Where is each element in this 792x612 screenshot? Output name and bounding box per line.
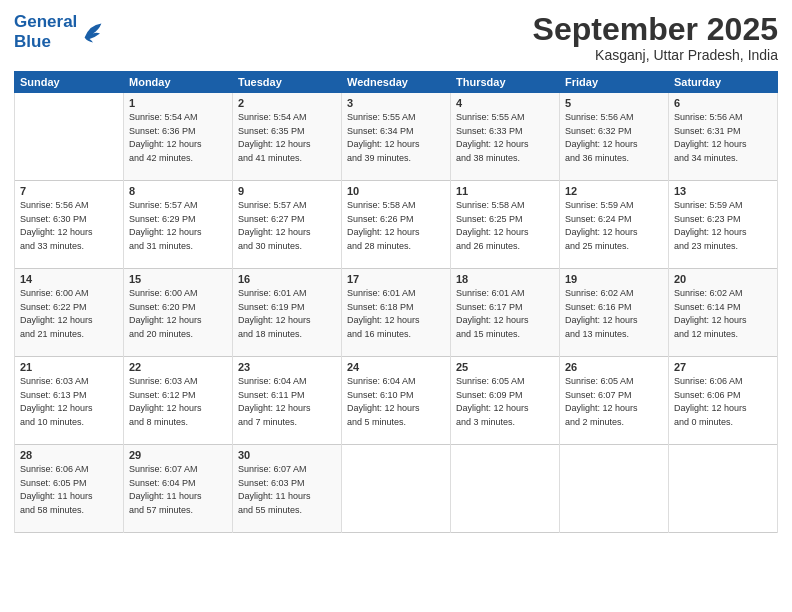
calendar-cell: 11Sunrise: 5:58 AM Sunset: 6:25 PM Dayli…: [451, 181, 560, 269]
day-info: Sunrise: 5:56 AM Sunset: 6:31 PM Dayligh…: [674, 111, 772, 165]
calendar-week-row: 7Sunrise: 5:56 AM Sunset: 6:30 PM Daylig…: [15, 181, 778, 269]
day-info: Sunrise: 5:59 AM Sunset: 6:24 PM Dayligh…: [565, 199, 663, 253]
day-info: Sunrise: 6:05 AM Sunset: 6:09 PM Dayligh…: [456, 375, 554, 429]
logo-line2: Blue: [14, 32, 51, 51]
col-header-monday: Monday: [124, 72, 233, 93]
calendar-cell: 25Sunrise: 6:05 AM Sunset: 6:09 PM Dayli…: [451, 357, 560, 445]
calendar-cell: 4Sunrise: 5:55 AM Sunset: 6:33 PM Daylig…: [451, 93, 560, 181]
title-block: September 2025 Kasganj, Uttar Pradesh, I…: [533, 12, 778, 63]
day-number: 29: [129, 449, 227, 461]
calendar-cell: 14Sunrise: 6:00 AM Sunset: 6:22 PM Dayli…: [15, 269, 124, 357]
day-number: 18: [456, 273, 554, 285]
month-title: September 2025: [533, 12, 778, 47]
calendar-cell: 1Sunrise: 5:54 AM Sunset: 6:36 PM Daylig…: [124, 93, 233, 181]
day-number: 26: [565, 361, 663, 373]
calendar-container: General Blue September 2025 Kasganj, Utt…: [0, 0, 792, 612]
calendar-cell: [451, 445, 560, 533]
calendar-table: SundayMondayTuesdayWednesdayThursdayFrid…: [14, 71, 778, 533]
calendar-cell: 17Sunrise: 6:01 AM Sunset: 6:18 PM Dayli…: [342, 269, 451, 357]
day-info: Sunrise: 6:07 AM Sunset: 6:03 PM Dayligh…: [238, 463, 336, 517]
calendar-cell: 8Sunrise: 5:57 AM Sunset: 6:29 PM Daylig…: [124, 181, 233, 269]
day-number: 23: [238, 361, 336, 373]
calendar-cell: 15Sunrise: 6:00 AM Sunset: 6:20 PM Dayli…: [124, 269, 233, 357]
day-info: Sunrise: 6:04 AM Sunset: 6:10 PM Dayligh…: [347, 375, 445, 429]
calendar-cell: 27Sunrise: 6:06 AM Sunset: 6:06 PM Dayli…: [669, 357, 778, 445]
day-number: 17: [347, 273, 445, 285]
day-number: 21: [20, 361, 118, 373]
calendar-cell: [560, 445, 669, 533]
calendar-cell: [15, 93, 124, 181]
calendar-cell: 22Sunrise: 6:03 AM Sunset: 6:12 PM Dayli…: [124, 357, 233, 445]
day-number: 28: [20, 449, 118, 461]
day-info: Sunrise: 5:57 AM Sunset: 6:27 PM Dayligh…: [238, 199, 336, 253]
day-number: 25: [456, 361, 554, 373]
day-info: Sunrise: 6:01 AM Sunset: 6:17 PM Dayligh…: [456, 287, 554, 341]
day-number: 8: [129, 185, 227, 197]
calendar-cell: 29Sunrise: 6:07 AM Sunset: 6:04 PM Dayli…: [124, 445, 233, 533]
day-info: Sunrise: 5:56 AM Sunset: 6:30 PM Dayligh…: [20, 199, 118, 253]
day-number: 2: [238, 97, 336, 109]
calendar-cell: 7Sunrise: 5:56 AM Sunset: 6:30 PM Daylig…: [15, 181, 124, 269]
day-number: 5: [565, 97, 663, 109]
day-info: Sunrise: 5:55 AM Sunset: 6:34 PM Dayligh…: [347, 111, 445, 165]
day-number: 9: [238, 185, 336, 197]
day-number: 1: [129, 97, 227, 109]
calendar-cell: 12Sunrise: 5:59 AM Sunset: 6:24 PM Dayli…: [560, 181, 669, 269]
day-info: Sunrise: 5:58 AM Sunset: 6:25 PM Dayligh…: [456, 199, 554, 253]
day-number: 19: [565, 273, 663, 285]
calendar-cell: 30Sunrise: 6:07 AM Sunset: 6:03 PM Dayli…: [233, 445, 342, 533]
day-number: 20: [674, 273, 772, 285]
day-info: Sunrise: 5:54 AM Sunset: 6:35 PM Dayligh…: [238, 111, 336, 165]
calendar-cell: 19Sunrise: 6:02 AM Sunset: 6:16 PM Dayli…: [560, 269, 669, 357]
day-number: 10: [347, 185, 445, 197]
day-number: 16: [238, 273, 336, 285]
day-number: 14: [20, 273, 118, 285]
header-row: SundayMondayTuesdayWednesdayThursdayFrid…: [15, 72, 778, 93]
calendar-week-row: 21Sunrise: 6:03 AM Sunset: 6:13 PM Dayli…: [15, 357, 778, 445]
header: General Blue September 2025 Kasganj, Utt…: [14, 12, 778, 63]
calendar-cell: 3Sunrise: 5:55 AM Sunset: 6:34 PM Daylig…: [342, 93, 451, 181]
day-info: Sunrise: 6:03 AM Sunset: 6:13 PM Dayligh…: [20, 375, 118, 429]
calendar-cell: 10Sunrise: 5:58 AM Sunset: 6:26 PM Dayli…: [342, 181, 451, 269]
day-number: 12: [565, 185, 663, 197]
logo: General Blue: [14, 12, 107, 51]
calendar-week-row: 28Sunrise: 6:06 AM Sunset: 6:05 PM Dayli…: [15, 445, 778, 533]
col-header-tuesday: Tuesday: [233, 72, 342, 93]
day-info: Sunrise: 6:02 AM Sunset: 6:14 PM Dayligh…: [674, 287, 772, 341]
calendar-cell: 28Sunrise: 6:06 AM Sunset: 6:05 PM Dayli…: [15, 445, 124, 533]
day-number: 11: [456, 185, 554, 197]
logo-text: General Blue: [14, 12, 77, 51]
day-info: Sunrise: 5:57 AM Sunset: 6:29 PM Dayligh…: [129, 199, 227, 253]
calendar-cell: 23Sunrise: 6:04 AM Sunset: 6:11 PM Dayli…: [233, 357, 342, 445]
calendar-cell: 16Sunrise: 6:01 AM Sunset: 6:19 PM Dayli…: [233, 269, 342, 357]
calendar-week-row: 14Sunrise: 6:00 AM Sunset: 6:22 PM Dayli…: [15, 269, 778, 357]
day-number: 27: [674, 361, 772, 373]
day-info: Sunrise: 6:06 AM Sunset: 6:06 PM Dayligh…: [674, 375, 772, 429]
calendar-week-row: 1Sunrise: 5:54 AM Sunset: 6:36 PM Daylig…: [15, 93, 778, 181]
day-info: Sunrise: 5:54 AM Sunset: 6:36 PM Dayligh…: [129, 111, 227, 165]
day-number: 13: [674, 185, 772, 197]
col-header-saturday: Saturday: [669, 72, 778, 93]
calendar-cell: 6Sunrise: 5:56 AM Sunset: 6:31 PM Daylig…: [669, 93, 778, 181]
day-info: Sunrise: 5:58 AM Sunset: 6:26 PM Dayligh…: [347, 199, 445, 253]
calendar-cell: 20Sunrise: 6:02 AM Sunset: 6:14 PM Dayli…: [669, 269, 778, 357]
day-number: 22: [129, 361, 227, 373]
calendar-cell: [669, 445, 778, 533]
day-info: Sunrise: 6:01 AM Sunset: 6:18 PM Dayligh…: [347, 287, 445, 341]
logo-bird-icon: [79, 18, 107, 46]
day-number: 24: [347, 361, 445, 373]
day-info: Sunrise: 6:00 AM Sunset: 6:20 PM Dayligh…: [129, 287, 227, 341]
day-info: Sunrise: 6:06 AM Sunset: 6:05 PM Dayligh…: [20, 463, 118, 517]
day-info: Sunrise: 6:00 AM Sunset: 6:22 PM Dayligh…: [20, 287, 118, 341]
day-info: Sunrise: 6:05 AM Sunset: 6:07 PM Dayligh…: [565, 375, 663, 429]
day-number: 4: [456, 97, 554, 109]
day-info: Sunrise: 5:55 AM Sunset: 6:33 PM Dayligh…: [456, 111, 554, 165]
calendar-cell: 26Sunrise: 6:05 AM Sunset: 6:07 PM Dayli…: [560, 357, 669, 445]
day-info: Sunrise: 6:07 AM Sunset: 6:04 PM Dayligh…: [129, 463, 227, 517]
calendar-cell: 2Sunrise: 5:54 AM Sunset: 6:35 PM Daylig…: [233, 93, 342, 181]
day-number: 7: [20, 185, 118, 197]
calendar-cell: 13Sunrise: 5:59 AM Sunset: 6:23 PM Dayli…: [669, 181, 778, 269]
calendar-cell: 5Sunrise: 5:56 AM Sunset: 6:32 PM Daylig…: [560, 93, 669, 181]
day-info: Sunrise: 6:02 AM Sunset: 6:16 PM Dayligh…: [565, 287, 663, 341]
col-header-friday: Friday: [560, 72, 669, 93]
